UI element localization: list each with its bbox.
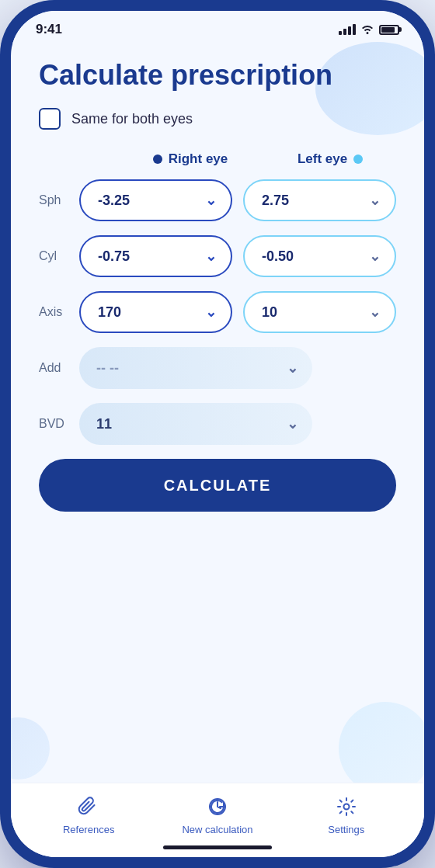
right-eye-header: Right eye (117, 151, 264, 167)
axis-right-dropdown[interactable]: 170 ⌄ (79, 291, 232, 333)
cyl-dropdowns: -0.75 ⌄ -0.50 ⌄ (79, 235, 396, 277)
axis-dropdowns: 170 ⌄ 10 ⌄ (79, 291, 396, 333)
bvd-row: BVD 11 ⌄ (39, 403, 396, 445)
right-eye-dot (153, 155, 162, 164)
wifi-icon (360, 23, 374, 36)
page-title: Calculate prescription (39, 59, 396, 91)
sidebar-item-new-calculation[interactable]: New calculation (182, 794, 252, 835)
axis-row: Axis 170 ⌄ 10 ⌄ (39, 291, 396, 333)
settings-nav-label: Settings (328, 824, 364, 835)
phone-frame: 9:41 Calculate prescripti (0, 0, 435, 868)
left-eye-label: Left eye (298, 151, 347, 167)
add-chevron: ⌄ (287, 359, 298, 377)
cyl-right-chevron: ⌄ (205, 248, 217, 265)
sph-right-value: -3.25 (98, 193, 130, 209)
sph-right-dropdown[interactable]: -3.25 ⌄ (79, 179, 232, 221)
battery-icon (379, 25, 399, 35)
axis-left-dropdown[interactable]: 10 ⌄ (243, 291, 396, 333)
bvd-dropdown[interactable]: 11 ⌄ (79, 403, 312, 445)
sph-right-chevron: ⌄ (205, 192, 217, 209)
main-content: Calculate prescription Same for both eye… (11, 43, 424, 783)
sph-label: Sph (39, 193, 79, 207)
status-time: 9:41 (36, 22, 62, 37)
same-eyes-label: Same for both eyes (71, 111, 193, 127)
status-bar: 9:41 (11, 11, 424, 43)
add-value: -- -- (96, 360, 119, 377)
axis-left-chevron: ⌄ (369, 304, 381, 321)
add-dropdown[interactable]: -- -- ⌄ (79, 347, 312, 389)
axis-left-value: 10 (262, 304, 277, 321)
same-eyes-checkbox[interactable] (39, 108, 61, 130)
paperclip-icon (76, 794, 101, 819)
cyl-label: Cyl (39, 249, 79, 263)
nav-active-indicator (163, 845, 272, 849)
calculate-button[interactable]: CALCULATE (39, 459, 396, 512)
right-eye-label: Right eye (169, 151, 228, 167)
axis-right-value: 170 (98, 304, 121, 321)
signal-icon (339, 24, 356, 35)
sph-left-chevron: ⌄ (369, 192, 381, 209)
sidebar-item-settings[interactable]: Settings (315, 794, 378, 835)
axis-label: Axis (39, 305, 79, 319)
phone-screen: 9:41 Calculate prescripti (11, 11, 424, 857)
sph-row: Sph -3.25 ⌄ 2.75 ⌄ (39, 179, 396, 221)
eye-headers: Right eye Left eye (39, 151, 396, 167)
refresh-icon (205, 794, 230, 819)
same-eyes-row: Same for both eyes (39, 108, 396, 130)
add-label: Add (39, 361, 79, 375)
sph-left-value: 2.75 (262, 193, 289, 209)
left-eye-header: Left eye (264, 151, 396, 167)
sph-dropdowns: -3.25 ⌄ 2.75 ⌄ (79, 179, 396, 221)
status-icons (339, 23, 399, 36)
cyl-right-dropdown[interactable]: -0.75 ⌄ (79, 235, 232, 277)
cyl-row: Cyl -0.75 ⌄ -0.50 ⌄ (39, 235, 396, 277)
bvd-label: BVD (39, 417, 79, 431)
bottom-nav: References New calculation (11, 783, 424, 857)
svg-point-1 (343, 804, 349, 810)
cyl-left-dropdown[interactable]: -0.50 ⌄ (243, 235, 396, 277)
cyl-left-chevron: ⌄ (369, 248, 381, 265)
sph-left-dropdown[interactable]: 2.75 ⌄ (243, 179, 396, 221)
bvd-value: 11 (96, 416, 112, 432)
axis-right-chevron: ⌄ (205, 304, 217, 321)
bvd-chevron: ⌄ (287, 415, 298, 432)
gear-icon (334, 794, 359, 819)
sidebar-item-references[interactable]: References (57, 794, 120, 835)
new-calculation-nav-label: New calculation (182, 824, 252, 835)
add-row: Add -- -- ⌄ (39, 347, 396, 389)
references-nav-label: References (63, 824, 114, 835)
cyl-right-value: -0.75 (98, 248, 130, 265)
cyl-left-value: -0.50 (262, 248, 294, 265)
left-eye-dot (353, 155, 363, 164)
